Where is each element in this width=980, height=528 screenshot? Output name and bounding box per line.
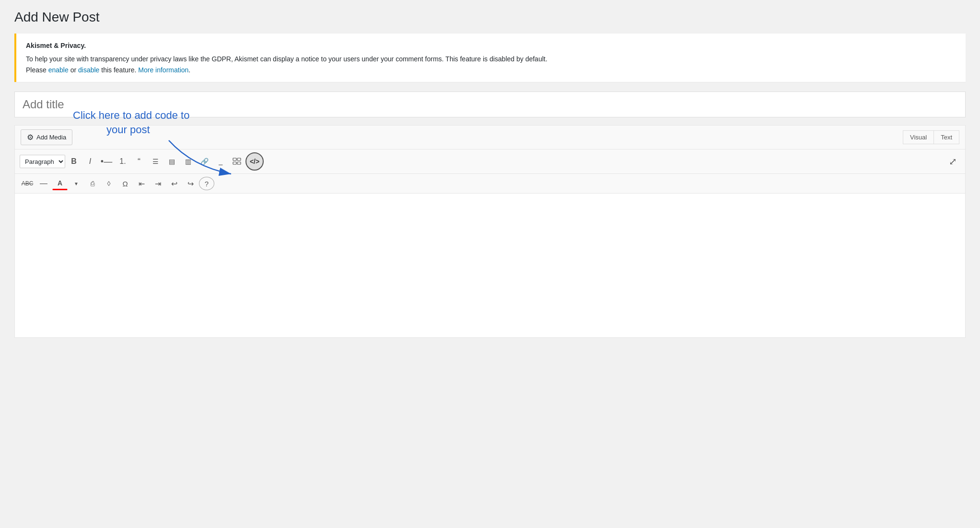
editor-body[interactable] xyxy=(15,194,965,337)
text-tab[interactable]: Text xyxy=(933,130,959,144)
strikethrough-button[interactable]: ABC xyxy=(20,177,35,190)
increase-indent-button[interactable]: ⇥ xyxy=(150,177,165,190)
redo-button[interactable]: ↪ xyxy=(183,177,198,190)
align-right-button[interactable]: ▥ xyxy=(180,155,196,168)
horizontal-rule-button[interactable]: — xyxy=(36,177,51,190)
text-color-button[interactable]: A xyxy=(52,177,68,190)
undo-button[interactable]: ↩ xyxy=(166,177,182,190)
table-button[interactable] xyxy=(229,155,245,168)
code-button[interactable]: </> xyxy=(245,152,264,171)
page-title: Add New Post xyxy=(14,10,966,25)
notice-period: . xyxy=(188,66,190,74)
notice-enable-link[interactable]: enable xyxy=(48,66,69,74)
editor-container: ⚙ Add Media Visual Text Paragraph Headin… xyxy=(14,125,966,338)
more-button[interactable]: ⎯ xyxy=(213,155,228,168)
page-wrapper: Add New Post Akismet & Privacy. To help … xyxy=(0,0,980,352)
align-center-button[interactable]: ▤ xyxy=(164,155,179,168)
notice-please-text: Please xyxy=(26,66,48,74)
bold-button[interactable]: B xyxy=(66,155,82,168)
color-dropdown-button[interactable]: ▼ xyxy=(69,177,84,190)
notice-title: Akismet & Privacy. xyxy=(26,40,956,51)
notice-body2: Please enable or disable this feature. M… xyxy=(26,65,956,75)
ordered-list-button[interactable]: 1. xyxy=(115,155,130,168)
svg-rect-3 xyxy=(237,162,241,164)
fullscreen-button[interactable]: ⤢ xyxy=(945,155,960,168)
post-title-input[interactable] xyxy=(14,92,966,117)
notice-body1: To help your site with transparency unde… xyxy=(26,54,956,64)
svg-rect-1 xyxy=(237,158,241,161)
notice-box: Akismet & Privacy. To help your site wit… xyxy=(14,34,966,82)
paragraph-select[interactable]: Paragraph Heading 1 Heading 2 Heading 3 … xyxy=(20,155,65,168)
paste-text-button[interactable]: ⎙ xyxy=(85,177,100,190)
notice-disable-link[interactable]: disable xyxy=(78,66,99,74)
editor-top-bar: ⚙ Add Media Visual Text xyxy=(15,126,965,149)
svg-rect-0 xyxy=(233,158,236,161)
notice-or-text: or xyxy=(69,66,78,74)
notice-more-info-link[interactable]: More information xyxy=(138,66,188,74)
blockquote-button[interactable]: “ xyxy=(131,155,147,168)
add-media-icon: ⚙ xyxy=(27,133,34,142)
align-left-button[interactable]: ☰ xyxy=(148,155,163,168)
clear-format-button[interactable]: ◊ xyxy=(101,177,117,190)
toolbar-row1: Paragraph Heading 1 Heading 2 Heading 3 … xyxy=(15,149,965,174)
code-button-wrapper: </> Click here to add code to your post xyxy=(245,152,264,171)
toolbar-right: ⤢ xyxy=(945,155,960,168)
svg-rect-2 xyxy=(233,162,236,164)
add-media-label: Add Media xyxy=(36,134,66,141)
decrease-indent-button[interactable]: ⇤ xyxy=(134,177,149,190)
view-tabs: Visual Text xyxy=(903,130,959,144)
visual-tab[interactable]: Visual xyxy=(903,130,933,144)
italic-button[interactable]: I xyxy=(82,155,98,168)
notice-suffix-text: this feature. xyxy=(99,66,138,74)
unordered-list-button[interactable]: •— xyxy=(99,155,114,168)
add-media-button[interactable]: ⚙ Add Media xyxy=(21,129,72,145)
help-button[interactable]: ? xyxy=(199,177,214,190)
link-button[interactable]: 🔗 xyxy=(197,155,212,168)
special-char-button[interactable]: Ω xyxy=(117,177,133,190)
toolbar-row2: ABC — A ▼ ⎙ ◊ Ω ⇤ ⇥ ↩ ↪ ? xyxy=(15,174,965,194)
